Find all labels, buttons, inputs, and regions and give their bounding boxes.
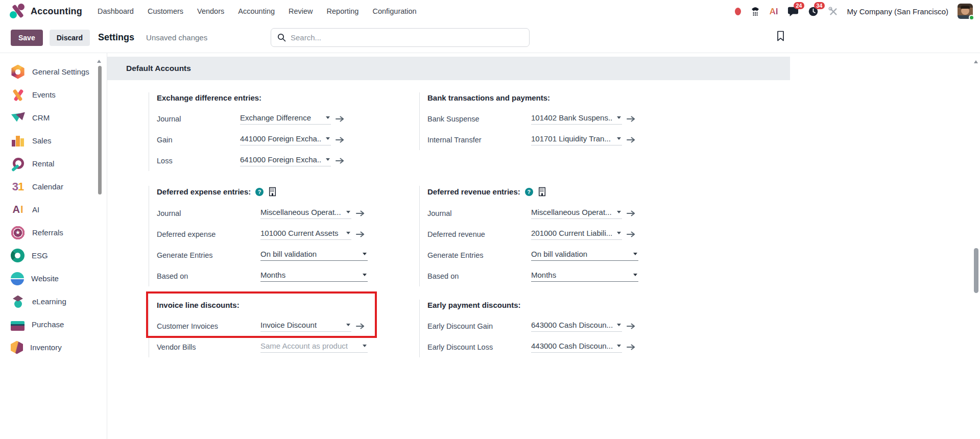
many2one-field[interactable]: 641000 Foreign Excha... xyxy=(240,155,331,166)
search-box[interactable] xyxy=(271,28,530,47)
sidebar-item-crm[interactable]: CRM xyxy=(0,106,107,129)
accounting-app-logo-icon[interactable] xyxy=(9,3,26,19)
page-scroll-up-icon[interactable] xyxy=(974,60,978,63)
sidebar-item-ai[interactable]: AI xyxy=(0,198,107,221)
messages-icon[interactable]: 24 xyxy=(787,6,799,17)
sidebar-item-esg[interactable]: ESG xyxy=(0,244,107,267)
sidebar-scrollbar[interactable] xyxy=(98,66,102,194)
many2one-field[interactable]: Same Account as product xyxy=(260,342,368,353)
chevron-down-icon[interactable] xyxy=(346,324,350,326)
record-indicator-icon[interactable] xyxy=(735,8,741,15)
many2one-value[interactable]: Exchange Difference xyxy=(240,113,311,122)
sidebar-item-website[interactable]: Website xyxy=(0,267,107,290)
internal-link-arrow-icon[interactable] xyxy=(336,116,344,122)
company-switcher[interactable]: My Company (San Francisco) xyxy=(847,7,948,16)
sidebar-item-general-settings[interactable]: General Settings xyxy=(0,60,107,83)
many2one-value[interactable]: 201000 Current Liabili... xyxy=(531,229,612,237)
chevron-down-icon[interactable] xyxy=(617,232,621,234)
chevron-down-icon[interactable] xyxy=(617,116,621,119)
activities-icon[interactable]: 34 xyxy=(808,6,819,17)
menu-item-configuration[interactable]: Configuration xyxy=(372,5,416,17)
chevron-down-icon[interactable] xyxy=(346,232,350,234)
many2one-field[interactable]: Miscellaneous Operat... xyxy=(531,208,622,219)
internal-link-arrow-icon[interactable] xyxy=(627,116,635,122)
building-icon[interactable] xyxy=(268,187,277,197)
bookmark-icon[interactable] xyxy=(776,30,785,42)
internal-link-arrow-icon[interactable] xyxy=(356,231,365,237)
sidebar-scroll-up-icon[interactable] xyxy=(97,60,101,63)
menu-item-dashboard[interactable]: Dashboard xyxy=(98,5,134,17)
select-field[interactable]: Months xyxy=(260,271,368,282)
many2one-value[interactable]: Miscellaneous Operat... xyxy=(260,208,341,216)
select-value[interactable]: Months xyxy=(260,271,285,279)
chevron-down-icon[interactable] xyxy=(633,253,637,255)
internal-link-arrow-icon[interactable] xyxy=(627,210,635,216)
many2one-value[interactable]: Same Account as product xyxy=(260,342,348,350)
sidebar-item-referrals[interactable]: Referrals xyxy=(0,221,107,244)
sidebar-item-events[interactable]: Events xyxy=(0,83,107,106)
help-icon[interactable] xyxy=(255,188,264,196)
chevron-down-icon[interactable] xyxy=(363,345,367,347)
many2one-field[interactable]: Invoice Discount xyxy=(260,321,351,332)
many2one-field[interactable]: 441000 Foreign Excha... xyxy=(240,134,331,145)
sidebar-item-sales[interactable]: Sales xyxy=(0,129,107,152)
many2one-field[interactable]: Miscellaneous Operat... xyxy=(260,208,351,219)
select-field[interactable]: On bill validation xyxy=(531,250,638,261)
search-input[interactable] xyxy=(291,33,523,42)
many2one-field[interactable]: Exchange Difference xyxy=(240,113,331,125)
many2one-value[interactable]: Invoice Discount xyxy=(260,321,317,329)
menu-item-accounting[interactable]: Accounting xyxy=(238,5,275,17)
many2one-value[interactable]: 641000 Foreign Excha... xyxy=(240,155,322,164)
internal-link-arrow-icon[interactable] xyxy=(356,323,365,329)
many2one-field[interactable]: 101701 Liquidity Tran... xyxy=(531,134,622,145)
select-value[interactable]: On bill validation xyxy=(531,250,587,258)
many2one-value[interactable]: 643000 Cash Discoun... xyxy=(531,321,613,329)
chevron-down-icon[interactable] xyxy=(363,253,367,255)
select-field[interactable]: On bill validation xyxy=(260,250,368,261)
many2one-field[interactable]: 443000 Cash Discoun... xyxy=(531,342,622,353)
chevron-down-icon[interactable] xyxy=(617,324,621,326)
internal-link-arrow-icon[interactable] xyxy=(336,137,344,143)
tools-icon[interactable] xyxy=(828,6,838,16)
many2one-value[interactable]: 101402 Bank Suspens... xyxy=(531,113,613,122)
discard-button[interactable]: Discard xyxy=(50,30,90,46)
many2one-value[interactable]: 101701 Liquidity Tran... xyxy=(531,134,611,143)
chevron-down-icon[interactable] xyxy=(617,345,621,347)
chevron-down-icon[interactable] xyxy=(633,274,637,276)
internal-link-arrow-icon[interactable] xyxy=(356,210,365,216)
menu-item-vendors[interactable]: Vendors xyxy=(197,5,224,17)
page-scrollbar[interactable] xyxy=(974,248,978,293)
many2one-field[interactable]: 643000 Cash Discoun... xyxy=(531,321,622,332)
chevron-down-icon[interactable] xyxy=(326,137,330,140)
chevron-down-icon[interactable] xyxy=(363,274,367,276)
chevron-down-icon[interactable] xyxy=(617,211,621,213)
user-avatar[interactable] xyxy=(958,4,973,19)
menu-item-reporting[interactable]: Reporting xyxy=(327,5,359,17)
internal-link-arrow-icon[interactable] xyxy=(627,231,635,237)
building-icon[interactable] xyxy=(538,187,546,197)
many2one-value[interactable]: 443000 Cash Discoun... xyxy=(531,342,613,350)
chevron-down-icon[interactable] xyxy=(326,158,330,161)
sidebar-item-rental[interactable]: Rental xyxy=(0,152,107,175)
menu-item-customers[interactable]: Customers xyxy=(148,5,183,17)
internal-link-arrow-icon[interactable] xyxy=(627,137,635,143)
internal-link-arrow-icon[interactable] xyxy=(336,158,344,164)
many2one-value[interactable]: Miscellaneous Operat... xyxy=(531,208,612,216)
chevron-down-icon[interactable] xyxy=(346,211,350,213)
sidebar-item-inventory[interactable]: Inventory xyxy=(0,336,107,359)
sidebar-item-elearning[interactable]: eLearning xyxy=(0,290,107,313)
phone-icon[interactable] xyxy=(750,6,760,16)
chevron-down-icon[interactable] xyxy=(617,137,621,140)
save-button[interactable]: Save xyxy=(11,30,43,46)
internal-link-arrow-icon[interactable] xyxy=(627,323,635,329)
many2one-field[interactable]: 101000 Current Assets xyxy=(260,229,351,240)
many2one-field[interactable]: 101402 Bank Suspens... xyxy=(531,113,622,125)
select-value[interactable]: Months xyxy=(531,271,556,279)
sidebar-item-purchase[interactable]: Purchase xyxy=(0,313,107,336)
help-icon[interactable] xyxy=(525,188,533,196)
select-field[interactable]: Months xyxy=(531,271,638,282)
many2one-field[interactable]: 201000 Current Liabili... xyxy=(531,229,622,240)
menu-item-review[interactable]: Review xyxy=(289,5,313,17)
many2one-value[interactable]: 101000 Current Assets xyxy=(260,229,339,237)
chevron-down-icon[interactable] xyxy=(326,116,330,119)
